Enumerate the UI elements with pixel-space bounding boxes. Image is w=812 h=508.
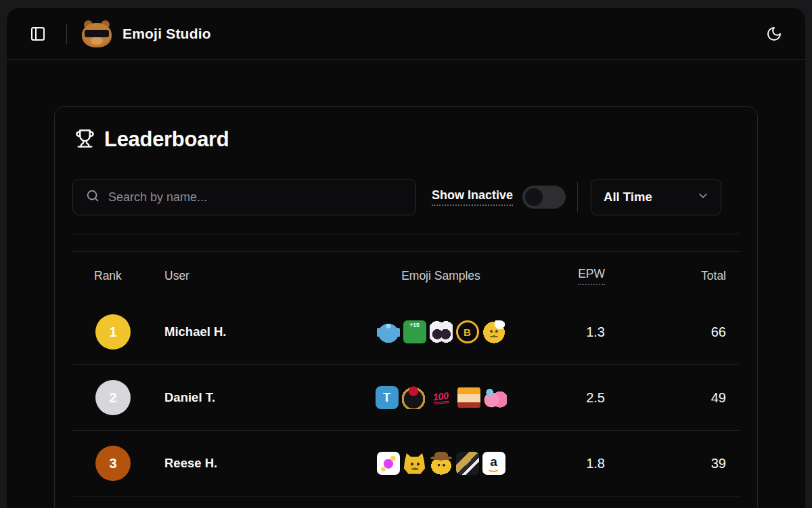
trophy-icon (75, 129, 95, 151)
user-name: Reese H. (164, 456, 358, 471)
time-filter-value: All Time (604, 190, 652, 205)
panel-left-icon (30, 26, 46, 42)
coffin-dance-emoji (456, 452, 479, 475)
rank-badge-gold: 1 (95, 314, 131, 350)
moon-icon (766, 26, 782, 42)
amazon-logo-emoji: a (482, 452, 505, 475)
leaderboard-table-body: 1Michael H.+15B1.3662Daniel T.T1002.5493… (72, 299, 740, 496)
column-header-user: User (164, 269, 358, 283)
total-value: 39 (605, 456, 726, 471)
head-bandage-smiley-emoji (482, 320, 505, 343)
eyes-emoji (430, 320, 453, 343)
table-header: Rank User Emoji Samples EPW Total (72, 252, 740, 299)
emoji-samples: T100 (358, 386, 524, 409)
toggle-knob (525, 188, 543, 206)
time-filter-select[interactable]: All Time (591, 179, 721, 215)
leaderboard-card: Leaderboard Show Inactive (54, 106, 758, 508)
emoji-samples: +15B (358, 320, 524, 343)
epw-value: 1.3 (524, 324, 605, 340)
chevron-down-icon (696, 189, 710, 205)
total-value: 66 (605, 324, 726, 340)
search-input[interactable] (108, 190, 405, 205)
section-divider (72, 234, 740, 234)
user-name: Michael H. (164, 324, 358, 339)
fry-emoji (457, 386, 480, 409)
column-header-total: Total (605, 269, 726, 283)
card-header: Leaderboard (72, 127, 740, 152)
sidebar-toggle-button[interactable] (24, 20, 51, 47)
rank-badge-bronze: 3 (95, 446, 131, 481)
paint-splash-emoji (377, 452, 400, 475)
search-icon (85, 188, 100, 206)
hundred-points-emoji: 100 (428, 386, 454, 409)
search-box (72, 179, 416, 215)
column-header-emoji-samples: Emoji Samples (358, 269, 524, 283)
total-value: 49 (605, 390, 726, 406)
concerned-cat-emoji (403, 452, 426, 475)
column-header-rank: Rank (94, 269, 164, 283)
top-bar: Emoji Studio (7, 8, 805, 60)
theme-toggle-button[interactable] (761, 20, 788, 47)
show-inactive-group: Show Inactive (432, 186, 566, 209)
senators-logo-emoji (402, 386, 425, 409)
controls-divider (577, 182, 578, 212)
mudkip-emoji (377, 320, 400, 343)
table-row: 1Michael H.+15B1.366 (72, 299, 740, 365)
user-name: Daniel T. (164, 390, 358, 405)
emoji-samples: a (358, 452, 524, 475)
topbar-divider (66, 24, 67, 44)
social-credit-emoji: +15 (403, 320, 426, 343)
table-row: 2Daniel T.T1002.549 (72, 365, 740, 431)
main-content: Leaderboard Show Inactive (7, 60, 805, 508)
table-row: 3Reese H.a1.839 (72, 431, 740, 496)
cowboy-face-emoji (430, 452, 453, 475)
epw-value: 1.8 (524, 456, 605, 471)
column-header-epw[interactable]: EPW (578, 267, 605, 285)
show-inactive-toggle[interactable] (522, 186, 566, 209)
pink-blobs-emoji (484, 386, 507, 409)
rank-badge-silver: 2 (95, 380, 131, 415)
page-title: Leaderboard (104, 127, 229, 152)
show-inactive-label: Show Inactive (432, 188, 513, 206)
bruins-logo-emoji: B (456, 320, 479, 343)
app-window: Emoji Studio (7, 8, 805, 508)
epw-value: 2.5 (524, 390, 605, 406)
app-title: Emoji Studio (122, 26, 211, 42)
controls-row: Show Inactive All Time (72, 179, 740, 215)
bear-sunglasses-logo (81, 19, 113, 49)
letter-t-emoji: T (376, 386, 399, 409)
